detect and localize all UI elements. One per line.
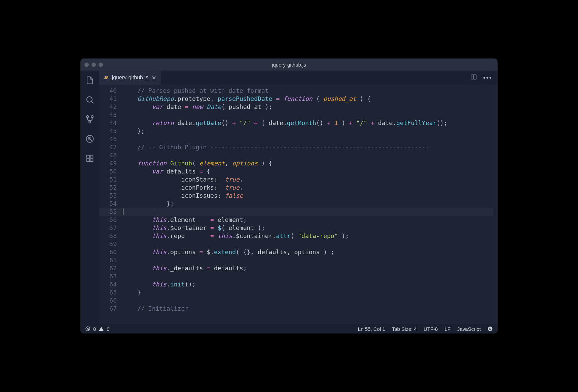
code-line[interactable]: }; (123, 127, 493, 135)
line-number: 42 (99, 103, 117, 111)
tab-filename: jquery-github.js (112, 75, 148, 81)
code-line[interactable]: this.element = element; (123, 216, 493, 224)
line-number: 47 (99, 143, 117, 151)
text-cursor (123, 208, 123, 215)
main-area: JS jquery-github.js ✕ ••• 40414243444546… (99, 71, 498, 324)
status-bar: 0 0 Ln 55, Col 1 Tab Size: 4 UTF-8 LF Ja… (80, 324, 498, 334)
code-line[interactable] (123, 297, 493, 305)
line-number: 49 (99, 159, 117, 167)
code-line[interactable]: // Parses pushed_at with date format (123, 87, 493, 95)
code-line[interactable] (123, 111, 493, 119)
feedback-smiley-icon[interactable] (487, 326, 493, 331)
code-line[interactable]: this.repo = this.$container.attr( "data-… (123, 232, 493, 240)
code-line[interactable]: this._defaults = defaults; (123, 264, 493, 272)
line-number: 66 (99, 297, 117, 305)
svg-line-1 (92, 102, 94, 104)
line-number: 53 (99, 192, 117, 200)
minimap-scrollbar[interactable] (493, 85, 498, 324)
line-number: 50 (99, 167, 117, 175)
eol[interactable]: LF (444, 326, 450, 332)
cursor-position[interactable]: Ln 55, Col 1 (358, 326, 385, 332)
line-number: 60 (99, 248, 117, 256)
close-window-button[interactable] (84, 63, 89, 67)
svg-rect-8 (90, 155, 93, 158)
svg-rect-10 (90, 159, 93, 161)
tab-size[interactable]: Tab Size: 4 (392, 326, 417, 332)
split-editor-icon[interactable] (470, 74, 477, 82)
svg-rect-9 (87, 159, 89, 161)
line-number: 61 (99, 256, 117, 264)
code-line[interactable]: function Github( element, options ) { (123, 159, 493, 167)
more-actions-icon[interactable]: ••• (483, 74, 492, 82)
line-number: 64 (99, 280, 117, 288)
tab-bar: JS jquery-github.js ✕ ••• (99, 71, 498, 85)
line-number: 45 (99, 127, 117, 135)
search-icon[interactable] (85, 95, 95, 105)
language-mode[interactable]: JavaScript (457, 326, 481, 332)
code-line[interactable]: var date = new Date( pushed_at ); (123, 103, 493, 111)
explorer-icon[interactable] (85, 75, 95, 85)
svg-point-17 (489, 328, 490, 329)
code-line[interactable]: iconIssues: false (123, 192, 493, 200)
line-number: 59 (99, 240, 117, 248)
code-line[interactable]: iconStars: true, (123, 175, 493, 184)
line-number: 41 (99, 95, 117, 103)
code-line[interactable]: }; (123, 200, 493, 208)
close-tab-icon[interactable]: ✕ (152, 75, 156, 81)
source-control-icon[interactable] (85, 114, 95, 124)
code-content[interactable]: // Parses pushed_at with date format Git… (123, 85, 493, 324)
code-line[interactable]: GithubRepo.prototype._parsePushedDate = … (123, 95, 493, 103)
svg-point-2 (86, 116, 88, 118)
minimize-window-button[interactable] (92, 63, 96, 67)
code-line[interactable] (123, 135, 493, 143)
code-line[interactable]: iconForks: true, (123, 184, 493, 192)
code-line[interactable]: // Initializer (123, 305, 493, 313)
line-number: 51 (99, 175, 117, 184)
editor-window: jquery-github.js JS jquery (80, 58, 498, 334)
tab-actions: ••• (470, 71, 498, 85)
line-number: 63 (99, 272, 117, 280)
svg-line-6 (87, 136, 92, 141)
line-number: 65 (99, 288, 117, 297)
errors-count[interactable]: 0 (93, 326, 96, 332)
extensions-icon[interactable] (85, 153, 95, 163)
code-line[interactable] (123, 272, 493, 280)
debug-icon[interactable] (85, 134, 95, 144)
code-line[interactable]: // -- Github Plugin --------------------… (123, 143, 493, 151)
code-line[interactable]: this.init(); (123, 280, 493, 288)
code-line[interactable]: var defaults = { (123, 167, 493, 175)
line-number: 44 (99, 119, 117, 127)
code-line[interactable]: return date.getDate() + "/" + ( date.get… (123, 119, 493, 127)
code-line[interactable] (123, 151, 493, 159)
window-title: jquery-github.js (80, 62, 498, 68)
svg-point-3 (91, 116, 93, 118)
editor-body: JS jquery-github.js ✕ ••• 40414243444546… (80, 71, 498, 324)
traffic-lights (84, 63, 103, 67)
tab-file[interactable]: JS jquery-github.js ✕ (99, 71, 161, 85)
svg-point-4 (89, 121, 91, 123)
code-line[interactable] (123, 208, 493, 216)
code-line[interactable] (123, 240, 493, 248)
line-number: 67 (99, 305, 117, 313)
titlebar: jquery-github.js (80, 58, 498, 71)
line-number-gutter: 4041424344454647484950515253545556575859… (99, 85, 123, 324)
line-number: 54 (99, 200, 117, 208)
svg-point-0 (87, 97, 92, 102)
encoding[interactable]: UTF-8 (424, 326, 438, 332)
js-file-icon: JS (104, 76, 108, 80)
code-line[interactable]: } (123, 288, 493, 297)
code-line[interactable]: this.$container = $( element ); (123, 224, 493, 232)
maximize-window-button[interactable] (99, 63, 103, 67)
warnings-count[interactable]: 0 (107, 326, 109, 332)
svg-point-16 (488, 326, 492, 331)
line-number: 52 (99, 184, 117, 192)
svg-point-18 (491, 328, 491, 329)
line-number: 58 (99, 232, 117, 240)
line-number: 48 (99, 151, 117, 159)
warnings-icon[interactable] (99, 326, 104, 331)
code-editor[interactable]: 4041424344454647484950515253545556575859… (99, 85, 498, 324)
code-line[interactable]: this.options = $.extend( {}, defaults, o… (123, 248, 493, 256)
line-number: 56 (99, 216, 117, 224)
errors-icon[interactable] (85, 326, 91, 331)
code-line[interactable] (123, 256, 493, 264)
